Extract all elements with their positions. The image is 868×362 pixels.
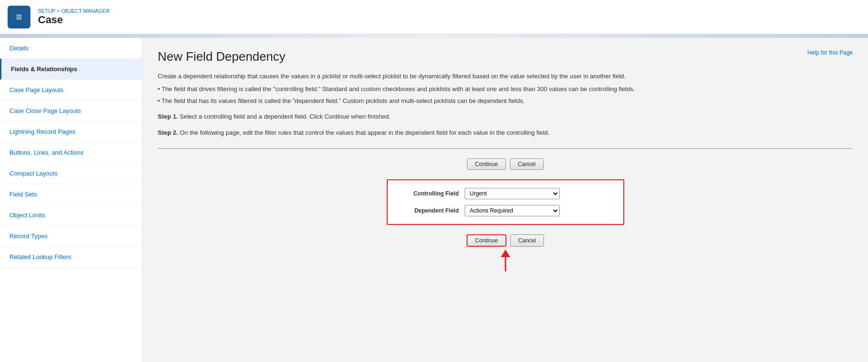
dependent-field-label: Dependent Field xyxy=(397,207,459,214)
arrow-annotation xyxy=(491,249,520,274)
sidebar-item-record-types[interactable]: Record Types xyxy=(0,226,142,247)
help-link[interactable]: Help for this Page xyxy=(808,49,853,56)
main-layout: Details Fields & Relationships Case Page… xyxy=(0,38,868,362)
sidebar-item-compact-layouts[interactable]: Compact Layouts xyxy=(0,163,142,184)
section-divider xyxy=(158,148,853,149)
bullet1: • The field that drives filtering is cal… xyxy=(158,84,853,94)
controlling-field-row: Controlling Field Urgent xyxy=(397,188,614,199)
app-logo: ≡ xyxy=(8,6,30,28)
object-title: Case xyxy=(38,14,110,26)
step2-text: On the following page, edit the filter r… xyxy=(180,129,549,136)
step2-label: Step 2. xyxy=(158,129,178,136)
breadcrumb-setup[interactable]: SETUP xyxy=(38,8,55,14)
breadcrumb[interactable]: SETUP > OBJECT MANAGER xyxy=(38,8,110,14)
sidebar-item-buttons-links-actions[interactable]: Buttons, Links, and Actions xyxy=(0,142,142,163)
dependent-field-row: Dependent Field Actions Required xyxy=(397,205,614,216)
logo-icon: ≡ xyxy=(16,11,22,23)
header-text: SETUP > OBJECT MANAGER Case xyxy=(38,8,110,26)
decorative-stripe xyxy=(0,34,868,38)
fields-dependency-box: Controlling Field Urgent Dependent Field… xyxy=(387,179,624,225)
description-bullets: • The field that drives filtering is cal… xyxy=(158,84,853,106)
sidebar-item-field-sets[interactable]: Field Sets xyxy=(0,184,142,205)
main-content: Help for this Page New Field Dependency … xyxy=(143,38,868,362)
step1-label: Step 1. xyxy=(158,113,178,120)
bullet2: • The field that has its values filtered… xyxy=(158,96,853,106)
page-title: New Field Dependency xyxy=(158,49,853,64)
sidebar-item-related-lookup-filters[interactable]: Related Lookup Filters xyxy=(0,247,142,268)
controlling-field-label: Controlling Field xyxy=(397,190,459,197)
bottom-continue-button[interactable]: Continue xyxy=(467,234,506,247)
breadcrumb-object-manager[interactable]: OBJECT MANAGER xyxy=(61,8,110,14)
sidebar: Details Fields & Relationships Case Page… xyxy=(0,38,143,362)
top-cancel-button[interactable]: Cancel xyxy=(510,158,544,170)
sidebar-item-lightning-record-pages[interactable]: Lightning Record Pages xyxy=(0,121,142,142)
dependent-field-select[interactable]: Actions Required xyxy=(465,205,560,216)
step1-text: Select a controlling field and a depende… xyxy=(180,113,391,120)
controlling-field-select[interactable]: Urgent xyxy=(465,188,560,199)
top-continue-button[interactable]: Continue xyxy=(467,158,506,170)
step1: Step 1. Select a controlling field and a… xyxy=(158,111,853,122)
description-intro: Create a dependent relationship that cau… xyxy=(158,72,853,82)
step2: Step 2. On the following page, edit the … xyxy=(158,128,853,138)
sidebar-item-details[interactable]: Details xyxy=(0,38,142,59)
bottom-button-row: Continue Cancel xyxy=(467,234,544,247)
sidebar-item-case-close-page-layouts[interactable]: Case Close Page Layouts xyxy=(0,101,142,121)
sidebar-item-fields-relationships[interactable]: Fields & Relationships xyxy=(0,59,142,80)
breadcrumb-separator: > xyxy=(57,8,61,14)
bottom-section: Continue Cancel xyxy=(158,234,853,274)
sidebar-item-object-limits[interactable]: Object Limits xyxy=(0,205,142,226)
svg-marker-1 xyxy=(501,250,510,257)
red-arrow-svg xyxy=(491,249,520,272)
sidebar-item-case-page-layouts[interactable]: Case Page Layouts xyxy=(0,80,142,101)
bottom-cancel-button[interactable]: Cancel xyxy=(510,234,544,247)
top-button-row: Continue Cancel xyxy=(158,158,853,170)
app-header: ≡ SETUP > OBJECT MANAGER Case xyxy=(0,0,868,34)
